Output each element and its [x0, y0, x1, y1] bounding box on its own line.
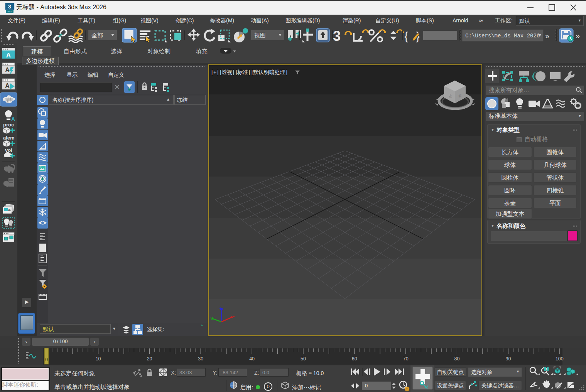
- svg-text:100: 100: [556, 356, 564, 362]
- svg-text:70: 70: [403, 356, 409, 362]
- svg-text:全部: 全部: [91, 32, 103, 39]
- svg-text:左: 左: [449, 94, 453, 98]
- svg-text:20: 20: [147, 356, 152, 362]
- svg-text:»: »: [545, 32, 549, 40]
- svg-text:80: 80: [454, 356, 460, 362]
- svg-text:0: 0: [45, 357, 48, 362]
- svg-text:alem: alem: [3, 135, 15, 141]
- svg-text:60: 60: [352, 356, 357, 362]
- svg-text:C:\Users\me…ds Max 2026: C:\Users\me…ds Max 2026: [465, 33, 540, 39]
- svg-text:proc: proc: [3, 122, 14, 128]
- svg-text:A: A: [5, 67, 10, 73]
- svg-text:»: »: [576, 32, 580, 40]
- svg-text:90: 90: [505, 356, 511, 362]
- svg-text:A: A: [6, 52, 11, 59]
- svg-text:A: A: [5, 82, 10, 89]
- svg-text:MAX: MAX: [8, 10, 12, 13]
- svg-text:前: 前: [458, 94, 462, 98]
- svg-text:{: {: [404, 30, 408, 42]
- svg-text:A: A: [11, 116, 15, 122]
- svg-text:50: 50: [301, 356, 306, 362]
- svg-text:视图: 视图: [254, 32, 266, 39]
- svg-text:10: 10: [96, 356, 101, 362]
- svg-text:3: 3: [333, 28, 341, 43]
- svg-text:vol: vol: [5, 147, 12, 153]
- svg-text:3: 3: [8, 3, 11, 10]
- svg-text:30: 30: [198, 356, 203, 362]
- svg-text:40: 40: [249, 356, 255, 362]
